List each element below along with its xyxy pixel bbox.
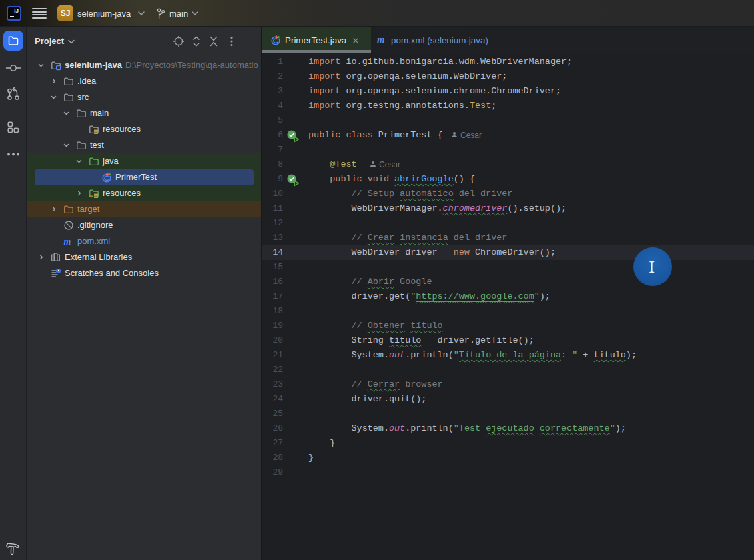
svg-text:m: m (64, 237, 71, 247)
